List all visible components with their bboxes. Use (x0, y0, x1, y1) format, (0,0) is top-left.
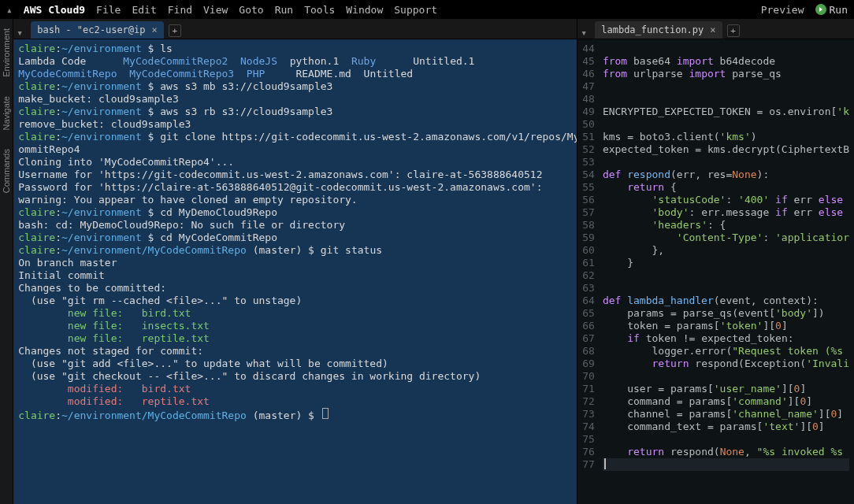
line-number: 57 (582, 206, 595, 219)
line-number: 46 (582, 68, 595, 80)
line-number: 73 (582, 408, 595, 421)
code-line (603, 118, 849, 131)
menu-window[interactable]: Window (346, 4, 383, 16)
menu-view[interactable]: View (203, 4, 228, 16)
app-logo[interactable]: AWS Cloud9 (24, 4, 85, 16)
terminal[interactable]: claire:~/environment $ lsLambda Code MyC… (13, 39, 577, 504)
menu-run[interactable]: Run (275, 4, 293, 16)
line-number: 53 (582, 156, 595, 169)
close-icon[interactable]: × (710, 24, 715, 35)
code-editor[interactable]: 4445464748495051525354555657585960616263… (577, 39, 854, 504)
menu-find[interactable]: Find (168, 4, 192, 16)
line-number: 56 (582, 194, 595, 206)
line-number: 45 (582, 55, 595, 68)
sidebar-toggle-icon[interactable]: ▴ (6, 4, 13, 16)
code-line: def respond(err, res=None): (603, 169, 849, 181)
tab-editor[interactable]: lambda_function.py × (595, 21, 722, 39)
code-line: if token != expected_token: (603, 332, 849, 345)
line-number: 76 (582, 446, 595, 458)
side-tab-environment[interactable]: Environment (0, 19, 13, 87)
terminal-line: remove_bucket: cloud9sample3 (18, 118, 572, 131)
terminal-line: Cloning into 'MyCodeCommitRepo4'... (18, 156, 572, 169)
menu-tools[interactable]: Tools (304, 4, 335, 16)
tab-terminal[interactable]: bash - "ec2-user@ip × (31, 21, 164, 39)
tab-dropdown-icon[interactable]: ▾ (17, 27, 26, 39)
terminal-line: claire:~/environment $ aws s3 mb s3://cl… (18, 80, 572, 93)
terminal-line: Password for 'https://claire-at-56388864… (18, 181, 572, 194)
line-number: 55 (582, 181, 595, 194)
code-content[interactable]: from base64 import b64decodefrom urlpars… (601, 39, 854, 504)
terminal-line: new file: reptile.txt (18, 332, 572, 345)
new-tab-button[interactable]: + (727, 24, 740, 37)
line-number: 54 (582, 169, 595, 181)
terminal-line: (use "git rm --cached <file>..." to unst… (18, 295, 572, 307)
code-line (603, 458, 849, 471)
line-number: 68 (582, 345, 595, 358)
terminal-line: claire:~/environment $ cd MyDemoCloud9Re… (18, 206, 572, 219)
run-icon (815, 4, 826, 15)
terminal-line: claire:~/environment/MyCodeCommitRepo (m… (18, 244, 572, 257)
terminal-line: new file: insects.txt (18, 320, 572, 332)
line-number: 66 (582, 320, 595, 332)
tab-terminal-label: bash - "ec2-user@ip (37, 24, 145, 35)
code-line: ENCRYPTED_EXPECTED_TOKEN = os.environ['k (603, 106, 849, 118)
code-line: expected_token = kms.decrypt(CiphertextB (603, 143, 849, 156)
tab-dropdown-icon[interactable]: ▾ (581, 27, 590, 39)
new-tab-button[interactable]: + (169, 24, 181, 37)
line-number: 64 (582, 295, 595, 307)
terminal-line: claire:~/environment $ cd MyCodeCommitRe… (18, 232, 572, 244)
terminal-line: Changes to be committed: (18, 282, 572, 295)
code-line: }, (603, 244, 849, 257)
code-line (603, 370, 849, 383)
terminal-line: (use "git checkout -- <file>..." to disc… (18, 370, 572, 383)
menu-edit[interactable]: Edit (132, 4, 156, 16)
line-number: 75 (582, 433, 595, 446)
menu-preview[interactable]: Preview (761, 4, 804, 16)
line-number: 62 (582, 269, 595, 282)
terminal-line: On branch master (18, 257, 572, 269)
menu-file[interactable]: File (96, 4, 121, 16)
terminal-line: claire:~/environment $ ls (18, 43, 572, 55)
code-line: def lambda_handler(event, context): (603, 295, 849, 307)
code-line (603, 93, 849, 106)
code-line: from urlparse import parse_qs (603, 68, 849, 80)
terminal-line: modified: reptile.txt (18, 395, 572, 408)
code-line: command = params['command'][0] (603, 395, 849, 408)
code-line: command_text = params['text'][0] (603, 421, 849, 433)
terminal-line: Username for 'https://git-codecommit.us-… (18, 169, 572, 181)
code-line: } (603, 257, 849, 269)
line-number: 48 (582, 93, 595, 106)
terminal-line: claire:~/environment/MyCodeCommitRepo (m… (18, 408, 572, 422)
code-line: params = parse_qs(event['body']) (603, 307, 849, 320)
line-number: 63 (582, 282, 595, 295)
terminal-line: Initial commit (18, 269, 572, 282)
line-number: 44 (582, 43, 595, 55)
terminal-line: new file: bird.txt (18, 307, 572, 320)
menu-goto[interactable]: Goto (239, 4, 263, 16)
code-line: user = params['user_name'][0] (603, 383, 849, 395)
code-line: return respond(None, "%s invoked %s (603, 446, 849, 458)
code-line (603, 282, 849, 295)
terminal-line: (use "git add <file>..." to update what … (18, 358, 572, 370)
tab-editor-label: lambda_function.py (601, 24, 704, 35)
menu-run-button[interactable]: Run (815, 4, 848, 16)
side-tab-commands[interactable]: Commands (0, 139, 13, 202)
left-gutter: EnvironmentNavigateCommands (0, 19, 13, 504)
left-tabbar: ▾ bash - "ec2-user@ip × + (13, 19, 577, 39)
menu-support[interactable]: Support (394, 4, 437, 16)
side-tab-navigate[interactable]: Navigate (0, 87, 13, 139)
line-gutter: 4445464748495051525354555657585960616263… (577, 39, 601, 504)
code-line (603, 269, 849, 282)
terminal-line: ommitRepo4 (18, 143, 572, 156)
line-number: 74 (582, 421, 595, 433)
line-number: 52 (582, 143, 595, 156)
code-line: 'headers': { (603, 219, 849, 232)
code-line: 'statusCode': '400' if err else (603, 194, 849, 206)
line-number: 69 (582, 358, 595, 370)
right-tabbar: ▾ lambda_function.py × + (577, 19, 854, 39)
line-number: 61 (582, 257, 595, 269)
code-line (603, 80, 849, 93)
terminal-line: MyCodeCommitRepo MyCodeCommitRepo3 PHP R… (18, 68, 572, 80)
line-number: 49 (582, 106, 595, 118)
close-icon[interactable]: × (152, 24, 158, 35)
